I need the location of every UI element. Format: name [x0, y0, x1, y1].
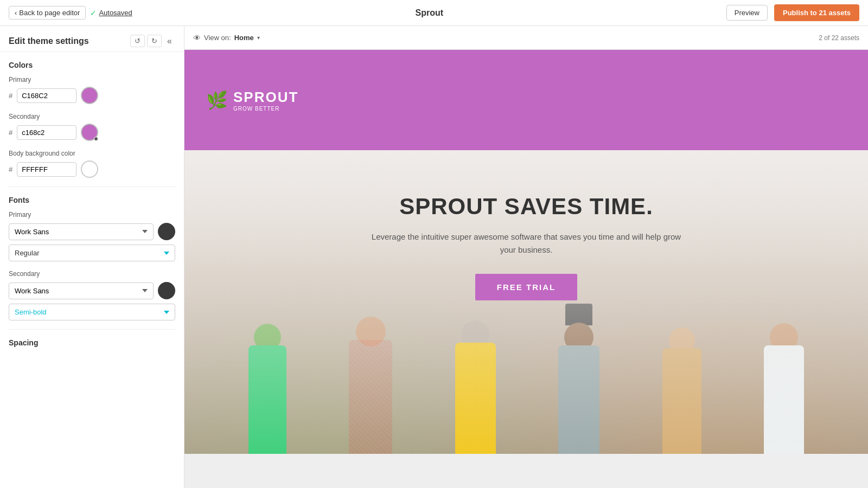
- home-dropdown-arrow[interactable]: ▾: [257, 35, 260, 41]
- assets-count: 2 of 22 assets: [819, 34, 859, 42]
- panel-header: Edit theme settings ↺ ↻ «: [0, 26, 184, 52]
- autosaved-label[interactable]: Autosaved: [99, 9, 132, 17]
- logo-leaf-icon: 🌿: [206, 90, 228, 111]
- primary-font-color-dot[interactable]: [158, 223, 175, 240]
- primary-hash: #: [9, 92, 12, 100]
- back-to-editor-button[interactable]: ‹ Back to page editor: [9, 6, 86, 20]
- section-divider: [9, 187, 175, 187]
- secondary-font-label: Secondary: [9, 270, 175, 278]
- site-header: 🌿 SPROUT GROW BETTER: [184, 50, 868, 150]
- autosaved-indicator: ✓ Autosaved: [90, 9, 132, 17]
- panel-body: Colors Primary # Secondary #: [0, 52, 184, 362]
- publish-button[interactable]: Publish to 21 assets: [774, 4, 859, 21]
- logo-brand: SPROUT: [233, 89, 298, 106]
- autosaved-check-icon: ✓: [90, 9, 97, 17]
- secondary-font-section: Secondary Work Sans Open Sans Roboto Lat…: [9, 270, 175, 320]
- body-bg-swatch[interactable]: [81, 160, 98, 178]
- logo-text: SPROUT GROW BETTER: [233, 89, 298, 112]
- primary-color-group: Primary #: [9, 76, 175, 104]
- hero-subtext: Leverage the intuitive super awesome sof…: [369, 230, 684, 256]
- secondary-font-weight-dropdown[interactable]: Semi-bold Regular Bold Light: [9, 304, 175, 320]
- body-bg-hash: #: [9, 165, 12, 174]
- view-on-label: 👁 View on: Home ▾: [193, 34, 260, 42]
- secondary-font-dropdown[interactable]: Work Sans Open Sans Roboto Lato: [9, 282, 154, 299]
- site-logo: 🌿 SPROUT GROW BETTER: [206, 89, 298, 112]
- preview-toolbar: 👁 View on: Home ▾ 2 of 22 assets: [184, 26, 868, 50]
- primary-font-dropdown[interactable]: Work Sans Open Sans Roboto Lato: [9, 223, 154, 240]
- undo-button[interactable]: ↺: [130, 35, 145, 47]
- spacing-divider: [9, 329, 175, 330]
- hero-headline: SPROUT SAVES TIME.: [369, 194, 684, 220]
- secondary-color-row: #: [9, 124, 175, 141]
- colors-section-title: Colors: [9, 61, 175, 69]
- back-chevron-icon: ‹: [15, 9, 17, 17]
- secondary-font-color-dot[interactable]: [158, 282, 175, 299]
- panel-title: Edit theme settings: [9, 36, 89, 46]
- primary-color-input[interactable]: [17, 88, 76, 103]
- body-bg-color-group: Body background color #: [9, 150, 175, 178]
- eye-icon: 👁: [193, 34, 201, 42]
- site-hero: SPROUT SAVES TIME. Leverage the intuitiv…: [184, 150, 868, 454]
- preview-content: 🌿 SPROUT GROW BETTER: [184, 50, 868, 488]
- back-button-label: Back to page editor: [19, 9, 80, 17]
- secondary-color-label: Secondary: [9, 113, 175, 120]
- top-bar: ‹ Back to page editor ✓ Autosaved Sprout…: [0, 0, 868, 26]
- secondary-color-swatch[interactable]: [81, 124, 98, 141]
- primary-color-row: #: [9, 87, 175, 104]
- secondary-hash: #: [9, 129, 12, 137]
- body-bg-row: #: [9, 160, 175, 178]
- redo-button[interactable]: ↻: [147, 35, 162, 47]
- body-bg-label: Body background color: [9, 150, 175, 157]
- left-panel: Edit theme settings ↺ ↻ « Colors Primary…: [0, 26, 184, 488]
- secondary-color-group: Secondary #: [9, 113, 175, 141]
- body-bg-input[interactable]: [17, 162, 76, 177]
- hero-cta-button[interactable]: FREE TRIAL: [475, 274, 577, 300]
- fonts-section-title: Fonts: [9, 196, 175, 204]
- hero-content: SPROUT SAVES TIME. Leverage the intuitiv…: [358, 194, 694, 300]
- panel-actions: ↺ ↻: [130, 35, 162, 47]
- primary-font-weight-dropdown[interactable]: Regular Bold Semi-bold Light: [9, 245, 175, 261]
- website-preview: 🌿 SPROUT GROW BETTER: [184, 50, 868, 454]
- primary-font-select-row: Work Sans Open Sans Roboto Lato: [9, 223, 175, 240]
- primary-font-section: Primary Work Sans Open Sans Roboto Lato …: [9, 211, 175, 261]
- site-name: Sprout: [416, 8, 444, 18]
- primary-color-swatch[interactable]: [81, 87, 98, 104]
- panel-collapse-button[interactable]: «: [164, 35, 175, 47]
- top-bar-right: Preview Publish to 21 assets: [726, 4, 859, 21]
- top-bar-left: ‹ Back to page editor ✓ Autosaved: [9, 6, 132, 20]
- preview-button[interactable]: Preview: [726, 5, 768, 21]
- primary-font-label: Primary: [9, 211, 175, 219]
- right-panel: 👁 View on: Home ▾ 2 of 22 assets 🌿 SPROU…: [184, 26, 868, 488]
- secondary-font-select-row: Work Sans Open Sans Roboto Lato: [9, 282, 175, 299]
- logo-tagline: GROW BETTER: [233, 106, 298, 112]
- secondary-color-input[interactable]: [17, 125, 76, 140]
- view-on-text: View on:: [204, 34, 231, 42]
- home-link[interactable]: Home: [234, 34, 254, 42]
- main-layout: Edit theme settings ↺ ↻ « Colors Primary…: [0, 26, 868, 488]
- spacing-section-title: Spacing: [9, 338, 175, 347]
- primary-color-label: Primary: [9, 76, 175, 84]
